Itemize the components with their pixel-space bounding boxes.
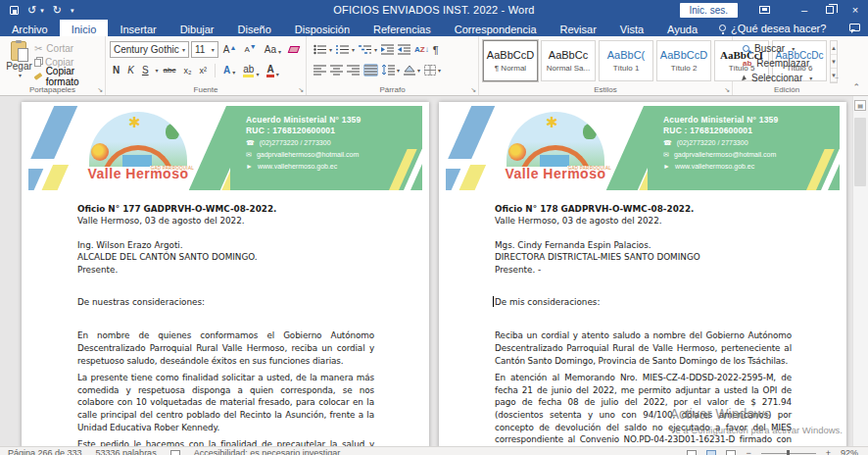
collapse-ribbon-icon[interactable]: ⌃ [852, 82, 860, 92]
tab-referencias[interactable]: Referencias [362, 20, 443, 36]
tab-diseno[interactable]: Diseño [226, 20, 283, 36]
tab-insertar[interactable]: Insertar [108, 20, 168, 36]
read-mode-icon[interactable] [687, 450, 697, 455]
superscript-button[interactable]: x² [197, 65, 211, 76]
title-bar: ↺▾ ↻ ▾ OFICIOS ENVIADOS INST. 2022 - Wor… [0, 0, 868, 20]
scrollbar-thumb[interactable] [854, 118, 866, 186]
tab-disposicion[interactable]: Disposición [283, 20, 362, 36]
align-left-button[interactable] [313, 65, 326, 76]
bullets-button[interactable]: ▾ [313, 44, 332, 55]
replace-icon: ab [743, 59, 751, 68]
styles-dialog-launcher[interactable]: ↘ [724, 86, 730, 94]
multilevel-list-button[interactable]: ▾ [359, 44, 377, 55]
letter-body[interactable]: Oficio N° 177 GADPRVH-O-WMC-08-2022. Val… [22, 190, 429, 446]
select-button[interactable]: Seleccionar▾ [737, 71, 837, 85]
tab-dibujar[interactable]: Dibujar [169, 20, 226, 36]
font-size-combo[interactable]: 11▾ [191, 41, 218, 58]
scissors-icon: ✂ [34, 43, 42, 54]
line-spacing-button[interactable]: ▾ [382, 65, 400, 76]
tab-revisar[interactable]: Revisar [549, 20, 608, 36]
undo-icon[interactable]: ↺ [27, 5, 36, 16]
align-center-button[interactable] [330, 65, 343, 76]
page-right[interactable]: ✱ GAD PARROQUIALValle Hermoso Acuerdo Mi… [439, 102, 846, 446]
proofing-icon[interactable] [170, 450, 180, 455]
tree-icon [583, 124, 597, 139]
text-effects-button[interactable]: A▾ [220, 64, 238, 76]
sign-in-button[interactable]: Inic. ses. [680, 3, 738, 18]
zoom-in-icon[interactable]: + [826, 448, 831, 455]
addressee-title: ALCALDE DEL CANTÓN SANTO DOMINGO. [77, 251, 374, 263]
letter-body[interactable]: Oficio N° 178 GADPRVH-O-WMC-08-2022. Val… [439, 190, 846, 446]
clear-formatting-button[interactable] [286, 45, 302, 54]
paragraph-dialog-launcher[interactable]: ↘ [470, 86, 476, 94]
subscript-button[interactable]: x₂ [181, 65, 195, 76]
page-indicator[interactable]: Página 266 de 333 [8, 448, 82, 455]
cut-button[interactable]: ✂Cortar [34, 42, 101, 55]
letterhead: ✱ GAD PARROQUIALValle Hermoso Acuerdo Mi… [446, 106, 840, 190]
close-button[interactable]: × [843, 0, 868, 20]
highlight-button[interactable]: ab▾ [240, 63, 262, 78]
show-ruler-icon[interactable]: ▤ [854, 100, 866, 111]
change-case-button[interactable]: Aa▾ [262, 43, 284, 56]
tab-archivo[interactable]: Archivo [0, 20, 60, 36]
align-right-button[interactable] [347, 65, 360, 76]
find-button[interactable]: Buscar▾ [737, 41, 837, 56]
gear-icon: ✱ [128, 114, 141, 131]
display-settings-icon[interactable] [759, 6, 770, 14]
increase-indent-button[interactable] [398, 44, 410, 55]
oficio-date: Valle Hermoso, 03 de agosto del 2022. [77, 215, 374, 227]
clipboard-dialog-launcher[interactable]: ↘ [97, 86, 103, 94]
style-titulo-1[interactable]: AaBbC(Título 1 [599, 40, 653, 81]
shrink-font-button[interactable]: A▼ [241, 44, 259, 55]
search-icon [743, 45, 749, 52]
sort-button[interactable]: AZ↓ [414, 46, 429, 54]
comments-icon[interactable] [849, 24, 860, 31]
zoom-slider[interactable] [761, 453, 816, 454]
numbering-button[interactable]: ▾ [336, 44, 355, 55]
justify-button[interactable] [363, 64, 378, 76]
minimize-button[interactable]: – [792, 0, 817, 20]
web-layout-icon[interactable] [726, 450, 736, 455]
paragraph: Este pedido le hacemos con la finalidad … [77, 438, 374, 446]
format-painter-button[interactable]: Copiar formato [34, 70, 101, 83]
word-count[interactable]: 53336 palabras [96, 448, 157, 455]
underline-button[interactable]: S [139, 64, 152, 76]
accessibility-status[interactable]: Accesibilidad: es necesario investigar [194, 448, 341, 455]
oficio-date: Valle Hermoso, 03 de agosto del 2022. [495, 215, 792, 227]
font-color-button[interactable]: A▾ [264, 63, 281, 78]
paste-button[interactable]: Pegar ▾ [4, 39, 34, 83]
page-left[interactable]: ✱ GAD PARROQUIALValle Hermoso Acuerdo Mi… [22, 102, 429, 446]
strikethrough-button[interactable]: abc [161, 65, 179, 76]
save-icon[interactable] [10, 6, 19, 15]
tab-ayuda[interactable]: Ayuda [655, 20, 709, 36]
oficio-number: Oficio N° 177 GADPRVH-O-WMC-08-2022. [77, 203, 374, 215]
tab-vista[interactable]: Vista [608, 20, 655, 36]
redo-icon[interactable]: ↻ [53, 5, 62, 16]
paragraph: En atención al Memorando Nro. MIES-CZ-4-… [495, 372, 792, 446]
decrease-indent-button[interactable] [381, 44, 394, 55]
style-normal[interactable]: AaBbCcD¶ Normal [483, 40, 538, 81]
paragraph: La presente tiene como finalidad solicit… [77, 372, 374, 433]
font-dialog-launcher[interactable]: ↘ [298, 86, 304, 94]
tab-correspondencia[interactable]: Correspondencia [443, 20, 549, 36]
vertical-scrollbar[interactable]: ▤ [852, 96, 868, 446]
undo-dropdown-icon[interactable]: ▾ [40, 7, 44, 14]
shading-button[interactable]: ▾ [404, 65, 420, 76]
italic-button[interactable]: K [124, 64, 137, 76]
tell-me-box[interactable]: ¿Qué desea hacer? [709, 20, 836, 36]
print-layout-icon[interactable] [706, 450, 716, 455]
style-titulo-2[interactable]: AaBbCcDTítulo 2 [656, 40, 711, 81]
customize-qat-icon[interactable]: ▾ [71, 7, 74, 14]
replace-button[interactable]: abReemplazar [737, 56, 837, 71]
restore-button[interactable] [817, 0, 843, 20]
font-name-combo[interactable]: Century Gothic▾ [110, 41, 189, 58]
show-marks-button[interactable]: ¶ [433, 44, 439, 56]
style-normal-sa[interactable]: AaBbCcNormal Sa... [541, 40, 596, 81]
zoom-out-icon[interactable]: − [746, 448, 750, 455]
grow-font-button[interactable]: A▲ [220, 43, 240, 56]
zoom-level[interactable]: 92% [841, 448, 858, 455]
addressee-name: Ing. Wilson Erazo Argoti. [77, 239, 374, 251]
tab-inicio[interactable]: Inicio [60, 20, 109, 36]
bold-button[interactable]: N [110, 64, 122, 76]
borders-button[interactable]: ▾ [424, 65, 441, 76]
